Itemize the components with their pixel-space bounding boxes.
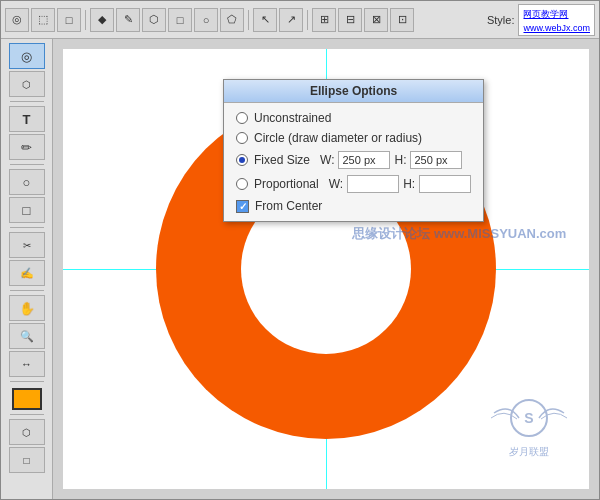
tool-subsel-btn[interactable]: ⬡ (9, 71, 45, 97)
label-circle: Circle (draw diameter or radius) (254, 131, 422, 145)
option-circle-row[interactable]: Circle (draw diameter or radius) (236, 131, 471, 145)
canvas-area: 思缘设计论坛 www.MISSYUAN.com S 岁月联盟 (53, 39, 599, 499)
tool-shape2[interactable]: □ (168, 8, 192, 32)
option-fixed-size-row[interactable]: Fixed Size W: H: (236, 151, 471, 169)
toolbar-sep-2 (248, 10, 249, 30)
content-area: ◎ ⬡ T ✏ ○ □ ✂ ✍ ✋ 🔍 ↔ ⬡ □ (1, 39, 599, 499)
style-url: 网页教学网www.webJx.com (523, 9, 590, 33)
style-section: Style: 网页教学网www.webJx.com (487, 4, 595, 36)
input-width[interactable] (338, 151, 390, 169)
tool-pen[interactable]: ✎ (116, 8, 140, 32)
watermark-brand: 岁月联盟 (489, 445, 569, 459)
label-w: W: (320, 153, 334, 167)
label-unconstrained: Unconstrained (254, 111, 331, 125)
tool-arrow[interactable]: ◎ (5, 8, 29, 32)
input-prop-width[interactable] (347, 175, 399, 193)
label-fixed-size: Fixed Size (254, 153, 310, 167)
tool-ellipse-btn[interactable]: ○ (9, 169, 45, 195)
tool-diamond[interactable]: ◆ (90, 8, 114, 32)
tool-select-btn[interactable]: ◎ (9, 43, 45, 69)
svg-point-0 (511, 400, 547, 436)
app-window: ◎ ⬚ □ ◆ ✎ ⬡ □ ○ ⬠ ↖ ↗ ⊞ ⊟ ⊠ ⊡ Style: 网页教… (0, 0, 600, 500)
tool-ellipse[interactable]: ○ (194, 8, 218, 32)
input-height[interactable] (410, 151, 462, 169)
tool-sep-4 (10, 290, 44, 291)
toolbar-sep-1 (85, 10, 86, 30)
watermark-logo-svg: S (489, 393, 569, 443)
proportional-inputs: W: H: (329, 175, 471, 193)
ellipse-options-dialog: Ellipse Options Unconstrained Circle (dr… (223, 79, 484, 222)
tool-grid[interactable]: ⊞ (312, 8, 336, 32)
tool-text-btn[interactable]: T (9, 106, 45, 132)
option-from-center-row[interactable]: From Center (236, 199, 471, 213)
toolbar-sep-3 (307, 10, 308, 30)
dialog-title: Ellipse Options (224, 80, 483, 103)
option-unconstrained-row[interactable]: Unconstrained (236, 111, 471, 125)
tool-view-btn[interactable]: ⬡ (9, 419, 45, 445)
radio-proportional[interactable] (236, 178, 248, 190)
left-toolbox: ◎ ⬡ T ✏ ○ □ ✂ ✍ ✋ 🔍 ↔ ⬡ □ (1, 39, 53, 499)
tool-sep-2 (10, 164, 44, 165)
radio-fixed-size[interactable] (236, 154, 248, 166)
label-prop-h: H: (403, 177, 415, 191)
tool-sep-6 (10, 414, 44, 415)
tool-hand-btn[interactable]: ✋ (9, 295, 45, 321)
tool-grid4[interactable]: ⊡ (390, 8, 414, 32)
tool-grid3[interactable]: ⊠ (364, 8, 388, 32)
tool-pen-btn[interactable]: ✏ (9, 134, 45, 160)
tool-poly[interactable]: ⬠ (220, 8, 244, 32)
main-toolbar: ◎ ⬚ □ ◆ ✎ ⬡ □ ○ ⬠ ↖ ↗ ⊞ ⊟ ⊠ ⊡ Style: 网页教… (1, 1, 599, 39)
tool-zoom-btn[interactable]: 🔍 (9, 323, 45, 349)
input-prop-height[interactable] (419, 175, 471, 193)
label-prop-w: W: (329, 177, 343, 191)
style-value[interactable]: 网页教学网www.webJx.com (518, 4, 595, 36)
color-swatch-fg[interactable] (12, 388, 42, 410)
tool-select[interactable]: ⬚ (31, 8, 55, 32)
checkbox-from-center[interactable] (236, 200, 249, 213)
tool-sep-3 (10, 227, 44, 228)
tool-shape1[interactable]: ⬡ (142, 8, 166, 32)
watermark-text-2: S 岁月联盟 (489, 393, 569, 459)
tool-pencil-btn[interactable]: ✍ (9, 260, 45, 286)
radio-unconstrained[interactable] (236, 112, 248, 124)
tool-grid2[interactable]: ⊟ (338, 8, 362, 32)
tool-rect-btn[interactable]: □ (9, 197, 45, 223)
dialog-body: Unconstrained Circle (draw diameter or r… (224, 103, 483, 221)
svg-text:S: S (524, 410, 533, 426)
label-proportional: Proportional (254, 177, 319, 191)
label-h: H: (394, 153, 406, 167)
tool-view2-btn[interactable]: □ (9, 447, 45, 473)
radio-circle[interactable] (236, 132, 248, 144)
fixed-size-inputs: W: H: (320, 151, 462, 169)
tool-sep-1 (10, 101, 44, 102)
tool-knife-btn[interactable]: ✂ (9, 232, 45, 258)
label-from-center: From Center (255, 199, 322, 213)
tool-ptr[interactable]: ↖ (253, 8, 277, 32)
option-proportional-row[interactable]: Proportional W: H: (236, 175, 471, 193)
tool-sep-5 (10, 381, 44, 382)
tool-ptr2[interactable]: ↗ (279, 8, 303, 32)
style-text-label: Style: (487, 14, 515, 26)
tool-rect[interactable]: □ (57, 8, 81, 32)
tool-move-btn[interactable]: ↔ (9, 351, 45, 377)
